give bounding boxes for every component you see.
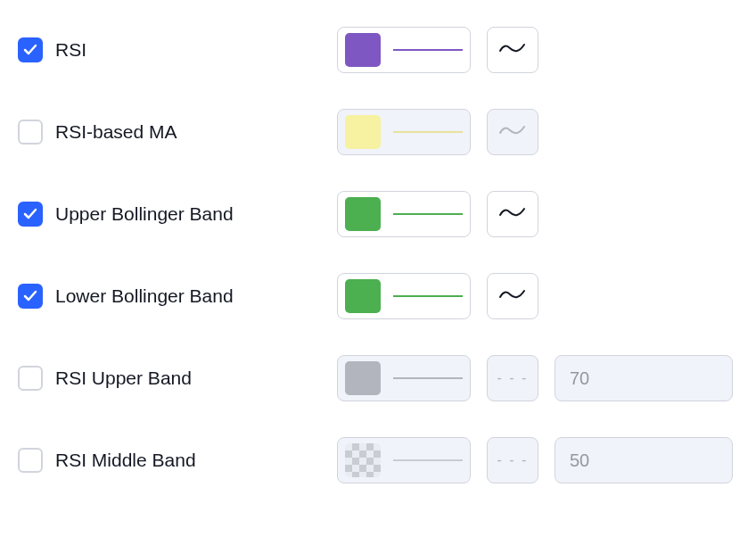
checkbox-lower-bb[interactable] xyxy=(18,284,43,309)
checkbox-rsi-middle[interactable] xyxy=(18,448,43,473)
checkbox-label-group: RSI xyxy=(18,37,321,62)
line-style-picker-rsi[interactable] xyxy=(487,27,538,73)
line-preview xyxy=(393,377,463,379)
dash-icon: - - - xyxy=(497,452,529,468)
checkbox-rsi[interactable] xyxy=(18,37,43,62)
label-rsi-middle: RSI Middle Band xyxy=(55,450,196,471)
checkbox-rsi-ma[interactable] xyxy=(18,120,43,145)
wave-icon xyxy=(499,286,526,307)
value-input-rsi-upper[interactable]: 70 xyxy=(555,355,733,401)
style-row-rsi: RSI xyxy=(18,27,738,73)
line-style-picker-rsi-middle[interactable]: - - - xyxy=(487,437,538,483)
checkbox-upper-bb[interactable] xyxy=(18,202,43,227)
color-swatch xyxy=(345,443,381,477)
style-row-rsi-upper: RSI Upper Band- - -70 xyxy=(18,355,738,401)
checkbox-rsi-upper[interactable] xyxy=(18,366,43,391)
label-rsi-upper: RSI Upper Band xyxy=(55,368,192,389)
color-picker-rsi-middle[interactable] xyxy=(337,437,471,483)
checkbox-label-group: RSI-based MA xyxy=(18,120,321,145)
wave-icon xyxy=(499,122,526,143)
checkbox-label-group: RSI Middle Band xyxy=(18,448,321,473)
wave-icon xyxy=(499,204,526,225)
line-preview xyxy=(393,459,463,461)
color-picker-upper-bb[interactable] xyxy=(337,191,471,237)
color-swatch xyxy=(345,115,381,149)
style-row-upper-bb: Upper Bollinger Band xyxy=(18,191,738,237)
label-upper-bb: Upper Bollinger Band xyxy=(55,203,234,225)
line-style-picker-lower-bb[interactable] xyxy=(487,273,538,319)
line-preview xyxy=(393,49,463,51)
color-picker-rsi-ma[interactable] xyxy=(337,109,471,155)
color-picker-rsi[interactable] xyxy=(337,27,471,73)
style-row-rsi-ma: RSI-based MA xyxy=(18,109,738,155)
color-swatch xyxy=(345,279,381,313)
color-picker-rsi-upper[interactable] xyxy=(337,355,471,401)
dash-icon: - - - xyxy=(497,370,529,386)
label-lower-bb: Lower Bollinger Band xyxy=(55,285,234,307)
color-swatch xyxy=(345,361,381,395)
style-row-rsi-middle: RSI Middle Band- - -50 xyxy=(18,437,738,483)
value-input-rsi-middle[interactable]: 50 xyxy=(555,437,733,483)
wave-icon xyxy=(499,40,526,61)
checkbox-label-group: Upper Bollinger Band xyxy=(18,202,321,227)
line-preview xyxy=(393,295,463,297)
color-swatch xyxy=(345,197,381,231)
style-row-lower-bb: Lower Bollinger Band xyxy=(18,273,738,319)
line-preview xyxy=(393,131,463,133)
line-preview xyxy=(393,213,463,215)
label-rsi-ma: RSI-based MA xyxy=(55,121,177,143)
checkbox-label-group: RSI Upper Band xyxy=(18,366,321,391)
label-rsi: RSI xyxy=(55,39,86,61)
line-style-picker-rsi-upper[interactable]: - - - xyxy=(487,355,538,401)
color-picker-lower-bb[interactable] xyxy=(337,273,471,319)
checkbox-label-group: Lower Bollinger Band xyxy=(18,284,321,309)
line-style-picker-upper-bb[interactable] xyxy=(487,191,538,237)
color-swatch xyxy=(345,33,381,67)
line-style-picker-rsi-ma[interactable] xyxy=(487,109,538,155)
